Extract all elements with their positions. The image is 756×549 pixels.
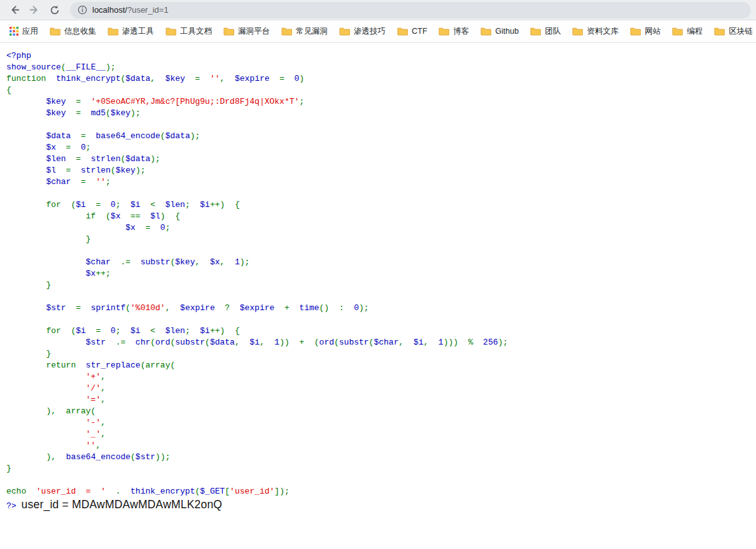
bookmark-folder-6[interactable]: 渗透技巧 [333,23,391,39]
bookmark-folder-8[interactable]: 博客 [433,23,475,39]
code-token: md5 [91,108,106,118]
code-token: '' [6,441,95,450]
bookmark-folder-11[interactable]: 资料文库 [566,23,624,39]
browser-window: localhost/?user_id=1 应用 信息收集渗透工具工具文档漏洞平台… [0,0,756,511]
folder-icon [480,27,491,36]
folder-icon [630,27,641,36]
code-token: $len [165,326,185,336]
code-token: , [165,303,180,313]
back-button[interactable] [5,1,23,19]
php-output-line: ?>user_id = MDAwMDAwMDAwMLK2onQ [6,498,756,511]
bookmark-folder-3[interactable]: 工具文档 [160,23,218,39]
code-token: sprintf [91,303,126,313]
code-token: < [141,200,165,210]
code-token: $str [6,303,66,313]
code-token: } [6,349,51,359]
code-token: $data [6,131,71,141]
code-token: , [220,74,235,83]
page-info-icon[interactable] [78,5,87,15]
code-token: () : [319,303,354,313]
code-token: = [86,326,111,336]
code-token: ); [240,257,250,267]
bookmark-folder-1[interactable]: 信息收集 [44,23,102,39]
folder-icon [438,27,449,36]
code-token: '+' [6,372,101,381]
forward-button[interactable] [25,1,43,19]
code-token: , [235,338,249,347]
code-token: )) + ( [279,338,319,347]
bookmark-label: 工具文档 [180,26,212,37]
code-token: ++; [95,269,110,278]
code-token: '' [210,74,220,83]
folder-icon [223,27,234,36]
address-bar[interactable]: localhost/?user_id=1 [70,2,751,18]
code-token: base64_encode [66,452,130,462]
bookmark-folder-9[interactable]: Github [475,23,524,39]
code-token: $char [374,338,398,347]
code-line: $data = base64_encode($data); [6,131,756,142]
code-line: for ($i = 0; $i < $len; $i++) { [6,199,756,211]
bookmark-apps[interactable]: 应用 [4,23,44,39]
code-token: $char [6,257,111,267]
code-token: == [120,211,150,221]
code-token: , [95,441,101,450]
code-token: $x [6,269,95,278]
code-token: 0 [81,143,86,152]
bookmark-folder-7[interactable]: CTF [391,23,433,39]
bookmark-folder-5[interactable]: 常见漏洞 [276,23,333,39]
code-line: } [6,463,756,474]
code-token: '+0SeoAC#YR,Jm&c?[PhUg9u;:Drd8Fj4q|XOkx*… [91,97,300,106]
code-line: '/', [6,383,756,394]
code-token: , [150,74,165,83]
bookmark-folder-12[interactable]: 网站 [624,23,666,39]
code-token: '' [95,177,106,187]
bookmark-folder-14[interactable]: 区块链 [708,23,756,39]
code-token: = [66,97,91,106]
refresh-button[interactable] [46,1,64,19]
code-line: $key = '+0SeoAC#YR,Jm&c?[PhUg9u;:Drd8Fj4… [6,96,756,108]
code-token: = [185,74,210,83]
code-token: < [141,326,165,336]
php-close-tag: ?> [6,501,17,511]
code-token: ))) % [444,338,483,347]
code-token: $key [165,74,185,83]
code-token: $x [6,223,136,232]
code-token: , [260,338,274,347]
code-token: $_GET [200,487,225,496]
code-token: .= [106,338,136,347]
bookmark-label: 渗透工具 [122,26,154,37]
code-token: , [101,418,106,427]
code-token: 0 [111,326,116,336]
code-token: ; [106,177,111,187]
code-line: $x++; [6,268,756,280]
code-token: think_encrypt [56,74,120,83]
code-token: time [299,303,319,313]
code-token: '_' [6,429,101,439]
code-line: '_', [6,429,756,440]
code-line: $key = md5($key); [6,108,756,119]
code-token: [ [225,487,230,496]
bookmarks-bar: 应用 信息收集渗透工具工具文档漏洞平台常见漏洞渗透技巧CTF博客Github团队… [0,20,756,43]
code-token: $l [6,166,56,175]
code-token: $l [150,211,160,221]
folder-icon [339,27,350,36]
bookmark-label: 信息收集 [64,26,96,37]
code-token: $len [165,200,185,210]
bookmark-folder-4[interactable]: 漏洞平台 [218,23,276,39]
code-token: '/' [6,383,101,393]
url-query: ?user_id=1 [127,5,169,15]
code-line: <?php [6,50,756,62]
bookmark-folder-10[interactable]: 团队 [524,23,566,39]
code-token: = [66,303,91,313]
code-token: = [71,131,95,141]
code-token: ); [359,303,369,313]
code-line: $char = ''; [6,176,756,188]
code-token: = [71,177,95,187]
url-host: localhost/ [92,5,127,15]
bookmark-label: 渗透技巧 [354,26,386,37]
code-token: ); [150,154,160,164]
code-token: , [101,372,106,381]
code-token: , [101,383,106,393]
bookmark-folder-2[interactable]: 渗透工具 [102,23,160,39]
bookmark-folder-13[interactable]: 编程 [666,23,708,39]
